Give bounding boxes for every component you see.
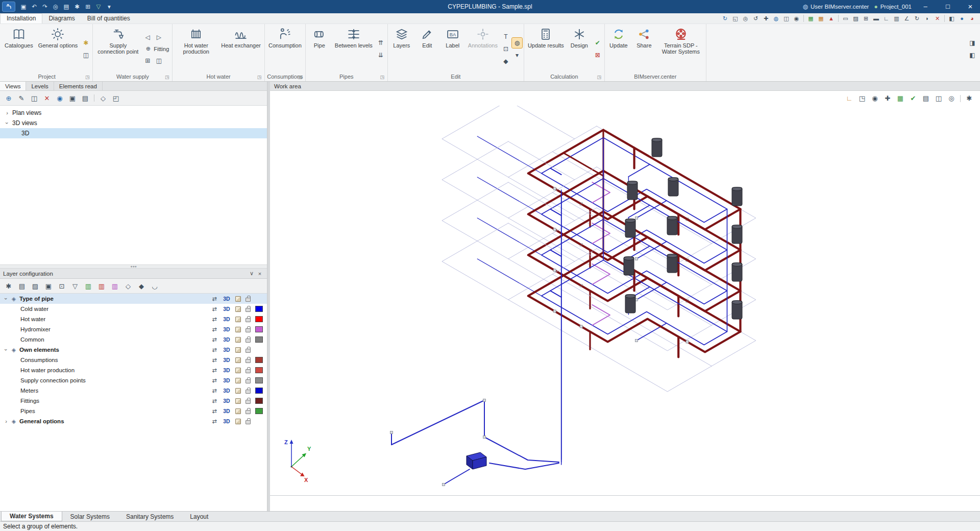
undo-icon[interactable]: ↶ — [29, 2, 39, 12]
project-dialog-launcher-icon[interactable]: ◳ — [84, 74, 90, 80]
bim-model-icon[interactable]: ◕ — [967, 14, 977, 23]
layer-fill-icon[interactable]: ▨ — [30, 280, 41, 292]
view-visibility-icon[interactable]: ◉ — [54, 92, 65, 104]
collapse-icon[interactable]: › — [3, 296, 9, 302]
online-help-icon[interactable]: ● — [957, 14, 967, 23]
bars-magenta-icon[interactable]: ▥ — [109, 280, 120, 292]
layer-row-hot-water-production[interactable]: Hot water production⇄3D — [0, 365, 267, 375]
design-check-icon[interactable]: ✔ — [908, 93, 919, 104]
elements-box-icon[interactable] — [235, 408, 241, 414]
view-3d-toggle[interactable]: 3D — [223, 296, 231, 302]
color-swatch[interactable] — [255, 367, 263, 373]
duplicate-view-icon[interactable]: ◫ — [29, 92, 40, 104]
bim-share-button[interactable]: Share — [632, 25, 656, 50]
capture-tool-button[interactable]: ◍ — [512, 38, 522, 48]
cube-3d-icon[interactable]: ◳ — [856, 93, 868, 104]
close-panel-icon[interactable]: × — [256, 271, 264, 277]
between-levels-button[interactable]: Between levels — [333, 25, 375, 50]
layer-row-pipes[interactable]: Pipes⇄3D — [0, 406, 267, 416]
bars-green-icon[interactable]: ▥ — [83, 280, 94, 292]
elements-box-icon[interactable] — [235, 337, 241, 343]
view-3d-toggle[interactable]: 3D — [223, 418, 231, 424]
collapse-ribbon-icon[interactable]: ◧ — [967, 50, 977, 60]
elements-box-icon[interactable] — [235, 306, 241, 312]
comments-icon[interactable]: ◗ — [922, 14, 932, 23]
hatch-icon[interactable]: ▨ — [851, 14, 861, 23]
tree-item-plan-views[interactable]: ›Plan views — [0, 108, 267, 118]
elements-box-icon[interactable] — [235, 357, 241, 363]
collapse-icon[interactable]: › — [3, 347, 9, 353]
pipe-display-icon[interactable]: ◡ — [149, 280, 160, 292]
hot-water-dialog-launcher-icon[interactable]: ◳ — [256, 74, 262, 80]
visibility-3d-icon[interactable]: ◉ — [869, 93, 880, 104]
lock-icon[interactable] — [246, 379, 251, 383]
view-3d-toggle[interactable]: 3D — [223, 316, 231, 322]
fire-layers-icon[interactable]: ▲ — [826, 14, 836, 23]
viewport-3d[interactable]: Z Y X — [270, 106, 980, 511]
design-button[interactable]: Design — [567, 25, 592, 50]
calculation-error-icon[interactable]: ⊠ — [593, 50, 603, 60]
lock-icon[interactable] — [246, 349, 251, 353]
hide-elements-icon[interactable]: ◎ — [946, 93, 957, 104]
layer-list-icon[interactable]: ▤ — [16, 280, 28, 292]
riser-up-icon[interactable]: ⇈ — [376, 38, 386, 48]
more-commands-icon[interactable]: ▾ — [104, 2, 114, 12]
bottom-tab-solar-systems[interactable]: Solar Systems — [62, 512, 118, 521]
elements-box-icon[interactable] — [235, 368, 241, 373]
save-icon[interactable]: ▣ — [18, 2, 29, 12]
color-swatch[interactable] — [255, 388, 263, 394]
manage-captures-icon[interactable]: ▤ — [80, 92, 91, 104]
view-3d-toggle[interactable]: 3D — [223, 408, 231, 414]
layer-row-fittings[interactable]: Fittings⇄3D — [0, 396, 267, 406]
transfer-arrows-icon[interactable]: ⇄ — [211, 377, 218, 384]
options-sun-icon[interactable]: ✱ — [81, 38, 91, 48]
transfer-arrows-icon[interactable]: ⇄ — [211, 336, 218, 343]
color-swatch[interactable] — [255, 398, 263, 404]
check-valve-icon[interactable]: ▷ — [154, 32, 164, 42]
fitting-button[interactable]: ⊕Fitting — [142, 44, 170, 54]
view-3d-toggle[interactable]: 3D — [223, 377, 231, 383]
report-tables-icon[interactable]: ▤ — [920, 93, 932, 104]
delete-icon[interactable]: ✕ — [933, 14, 942, 23]
color-swatch[interactable] — [255, 306, 263, 312]
expand-icon[interactable]: › — [4, 110, 10, 116]
delete-view-icon[interactable]: ✕ — [41, 92, 53, 104]
layer-row-common[interactable]: Common⇄3D — [0, 334, 267, 345]
elements-box-icon[interactable] — [235, 398, 241, 404]
transfer-arrows-icon[interactable]: ⇄ — [211, 388, 218, 394]
lock-layers-icon[interactable]: ⊡ — [56, 280, 67, 292]
edit-view-icon[interactable]: ✎ — [16, 92, 27, 104]
catalogues-button[interactable]: Catalogues — [3, 25, 35, 50]
view-3d-toggle[interactable]: 3D — [223, 306, 231, 312]
tag-layers-icon[interactable]: ▽ — [69, 280, 81, 292]
ribbon-tab-bill-of-quantities[interactable]: Bill of quantities — [81, 14, 136, 23]
capture-view-icon[interactable]: ▣ — [67, 92, 78, 104]
lock-icon[interactable] — [246, 420, 251, 424]
transfer-arrows-icon[interactable]: ⇄ — [211, 367, 218, 374]
general-options-button[interactable]: General options — [36, 25, 80, 50]
zoom-window-icon[interactable]: ◱ — [730, 14, 740, 23]
elements-box-icon[interactable] — [235, 378, 241, 383]
check-results-icon[interactable]: ✔ — [593, 38, 603, 48]
zoom-previous-icon[interactable]: ↺ — [751, 14, 761, 23]
panel-tab-views[interactable]: Views — [0, 82, 26, 90]
layer-row-type-of-pipe[interactable]: ›◈Type of pipe⇄3D — [0, 294, 267, 304]
expand-icon[interactable]: › — [3, 418, 9, 424]
color-swatch[interactable] — [255, 357, 263, 363]
terrain-sdp-button[interactable]: Terrain SDP - Water Systems — [657, 25, 704, 56]
hot-water-production-button[interactable]: Hot water production — [174, 25, 218, 56]
saved-views-icon[interactable]: ◫ — [781, 14, 791, 23]
transfer-arrows-icon[interactable]: ⇄ — [211, 296, 218, 302]
lock-elements-icon[interactable]: ⊡ — [501, 44, 511, 54]
elements-box-icon[interactable] — [235, 317, 241, 322]
print-icon[interactable]: ▤ — [61, 2, 71, 12]
angle-icon[interactable]: ∠ — [902, 14, 912, 23]
pipes-dialog-launcher-icon[interactable]: ◳ — [379, 74, 385, 80]
bimserver-project-button[interactable]: ●Project_001 — [874, 3, 912, 10]
panel-tab-elements-read[interactable]: Elements read — [54, 82, 103, 90]
ribbon-tab-installation[interactable]: Installation — [0, 13, 42, 23]
close-button[interactable]: × — [962, 1, 979, 13]
lock-icon[interactable] — [246, 369, 251, 373]
snap-grid-icon[interactable]: ⊞ — [861, 14, 871, 23]
cube-section-icon[interactable]: ◆ — [136, 280, 147, 292]
